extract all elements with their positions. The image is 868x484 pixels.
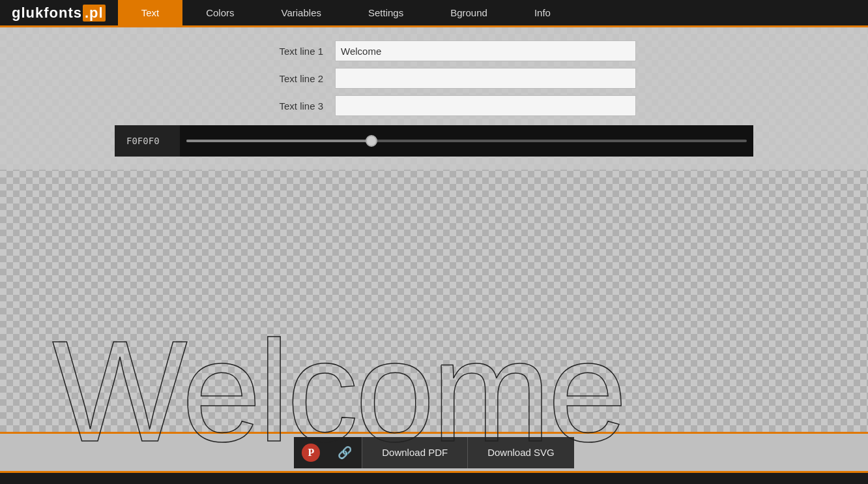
logo-highlight: .pl bbox=[83, 5, 106, 22]
logo: glukfonts.pl bbox=[0, 0, 118, 25]
text-line-1-label: Text line 1 bbox=[232, 46, 323, 57]
text-line-3-label: Text line 3 bbox=[232, 100, 323, 112]
form-row-3: Text line 3 bbox=[232, 95, 636, 116]
slider-track bbox=[186, 140, 747, 142]
main-section: Text line 1 Text line 2 Text line 3 F0F0… bbox=[0, 27, 868, 432]
slider-fill bbox=[186, 140, 371, 142]
tab-settings[interactable]: Settings bbox=[345, 0, 427, 25]
tab-text[interactable]: Text bbox=[118, 0, 183, 25]
tab-info[interactable]: Info bbox=[511, 0, 574, 25]
text-line-2-input[interactable] bbox=[335, 68, 636, 89]
logo-text-before: glukfonts bbox=[12, 5, 82, 22]
preview-area: Welcome bbox=[0, 320, 868, 463]
form-row-1: Text line 1 bbox=[232, 40, 636, 61]
footer-dark bbox=[0, 471, 868, 484]
text-line-2-label: Text line 2 bbox=[232, 73, 323, 84]
tab-bground[interactable]: Bground bbox=[427, 0, 511, 25]
slider-value-label: F0F0F0 bbox=[126, 136, 160, 146]
tab-colors[interactable]: Colors bbox=[182, 0, 257, 25]
controls-overlay: Text line 1 Text line 2 Text line 3 F0F0… bbox=[0, 27, 868, 170]
tab-variables[interactable]: Variables bbox=[258, 0, 345, 25]
slider-thumb[interactable] bbox=[366, 135, 377, 147]
header: glukfonts.pl Text Colors Variables Setti… bbox=[0, 0, 868, 27]
nav-tabs: Text Colors Variables Settings Bground I… bbox=[118, 0, 574, 25]
text-line-1-input[interactable] bbox=[335, 40, 636, 61]
form-row-2: Text line 2 bbox=[232, 68, 636, 89]
slider-track-wrap[interactable] bbox=[180, 125, 753, 157]
text-line-3-input[interactable] bbox=[335, 95, 636, 116]
slider-label: F0F0F0 bbox=[115, 125, 180, 157]
text-form: Text line 1 Text line 2 Text line 3 bbox=[232, 40, 636, 116]
preview-text: Welcome bbox=[52, 320, 624, 463]
slider-bar: F0F0F0 bbox=[115, 125, 753, 157]
